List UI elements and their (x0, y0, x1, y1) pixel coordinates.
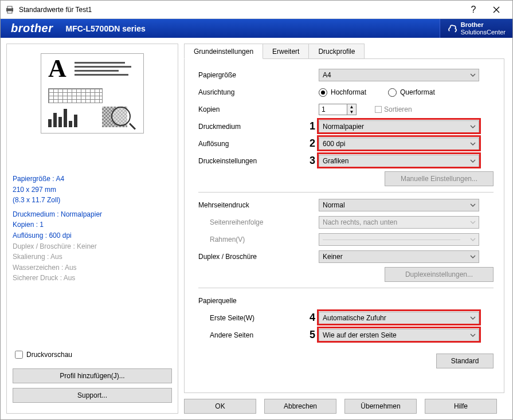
chevron-down-icon (470, 236, 476, 244)
label-other-pages: Andere Seiten (198, 331, 319, 339)
border-dropdown (319, 233, 479, 246)
cancel-button[interactable]: Abbrechen (264, 399, 336, 414)
label-page-order: Seitenreihenfolge (198, 218, 319, 226)
print-preview-label: Druckvorschau (26, 351, 72, 359)
defaults-button[interactable]: Standard (436, 354, 494, 368)
label-resolution: Auflösung (198, 140, 319, 148)
manual-settings-button[interactable]: Manuelle Einstellungen... (385, 171, 494, 186)
label-print-settings: Druckeinstellungen (198, 157, 319, 165)
copies-input[interactable] (319, 104, 347, 115)
tab-bar: Grundeinstellungen Erweitert Druckprofil… (184, 44, 504, 59)
label-multipage: Mehrseitendruck (198, 201, 319, 209)
close-button[interactable] (485, 1, 508, 19)
solutions-line1: Brother (461, 21, 484, 28)
label-orientation: Ausrichtung (198, 88, 319, 96)
annotation-3: 3 (310, 155, 315, 167)
magnifier-icon (111, 107, 135, 131)
chevron-down-icon (470, 123, 476, 131)
tab-basic[interactable]: Grundeinstellungen (184, 44, 263, 59)
support-button[interactable]: Support... (13, 388, 172, 403)
media-dropdown[interactable]: Normalpapier (319, 120, 479, 133)
left-panel: A Papiergröße : A4 210 x 297 mm (8.3 x 1… (6, 44, 178, 414)
print-preview-checkbox[interactable] (15, 351, 23, 359)
spinner-up[interactable]: ▲ (347, 104, 356, 109)
first-page-dropdown[interactable]: Automatische Zufuhr (319, 312, 479, 324)
brandbar: brother MFC-L5700DN series BrotherSoluti… (1, 19, 512, 38)
chevron-down-icon (470, 253, 476, 261)
solutions-line2: SolutionsCenter (461, 29, 506, 36)
label-border: Rahmen(V) (198, 235, 319, 244)
settings-summary: Papiergröße : A4 210 x 297 mm (8.3 x 11.… (13, 174, 172, 284)
svg-rect-2 (7, 11, 12, 13)
label-duplex: Duplex / Broschüre (198, 253, 319, 261)
duplex-settings-button[interactable]: Duplexeinstellungen... (385, 267, 494, 282)
printer-model: MFC-L5700DN series (66, 24, 146, 33)
radio-portrait[interactable]: Hochformat (319, 88, 366, 97)
annotation-4: 4 (310, 312, 315, 324)
paper-size-dropdown[interactable]: A4 (319, 69, 479, 81)
tab-advanced[interactable]: Erweitert (263, 44, 309, 59)
help-button[interactable]: ? (462, 1, 485, 19)
spinner-down[interactable]: ▼ (347, 109, 356, 115)
brand-logo: brother (11, 22, 53, 35)
titlebar: Standardwerte für Test1 ? (1, 1, 512, 19)
chevron-down-icon (470, 202, 476, 210)
label-copies: Kopien (198, 105, 319, 113)
annotation-5: 5 (310, 329, 315, 341)
solutions-center-button[interactable]: BrotherSolutionsCenter (440, 19, 512, 38)
preview-image[interactable]: A (41, 53, 144, 134)
print-settings-dropdown[interactable]: Grafiken (319, 155, 479, 167)
other-pages-dropdown[interactable]: Wie auf der ersten Seite (319, 329, 479, 342)
chevron-down-icon (470, 140, 476, 148)
tab-profiles[interactable]: Druckprofile (308, 44, 365, 59)
tab-content: Papiergröße A4 Ausrichtung Hochformat (184, 59, 504, 393)
add-profile-button[interactable]: Profil hinzufügen(J)... (13, 368, 172, 383)
copies-spinner[interactable]: ▲▼ (319, 104, 357, 115)
multipage-dropdown[interactable]: Normal (319, 199, 479, 211)
label-media: Druckmedium (198, 123, 319, 131)
label-paper-size: Papiergröße (198, 71, 319, 79)
collate-checkbox: Sortieren (375, 105, 412, 113)
chevron-down-icon (470, 158, 476, 166)
label-paper-source: Papierquelle (198, 297, 319, 305)
radio-landscape[interactable]: Querformat (388, 88, 435, 97)
printer-icon (5, 5, 14, 14)
solutions-icon (447, 23, 457, 34)
ok-button[interactable]: OK (184, 399, 256, 414)
chevron-down-icon (470, 332, 476, 340)
chevron-down-icon (470, 315, 476, 323)
window-title: Standardwerte für Test1 (19, 6, 462, 14)
annotation-1: 1 (310, 120, 315, 132)
annotation-2: 2 (310, 138, 315, 150)
apply-button[interactable]: Übernehmen (344, 399, 417, 414)
page-order-dropdown: Nach rechts, nach unten (319, 216, 479, 229)
svg-rect-1 (7, 6, 12, 9)
chevron-down-icon (470, 219, 476, 227)
help-button-bottom[interactable]: Hilfe (425, 399, 497, 414)
chevron-down-icon (470, 72, 476, 80)
resolution-dropdown[interactable]: 600 dpi (319, 138, 479, 150)
duplex-dropdown[interactable]: Keiner (319, 250, 479, 263)
label-first-page: Erste Seite(W) (198, 314, 319, 322)
